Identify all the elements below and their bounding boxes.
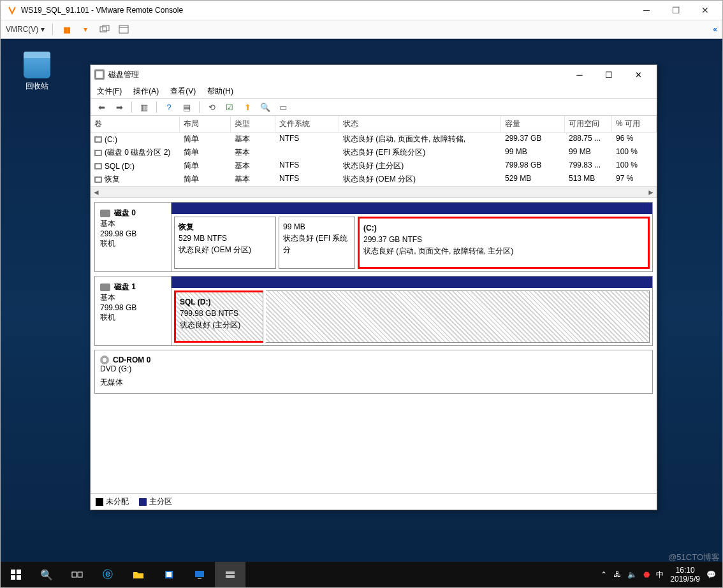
disk-1-type: 基本 [100,292,166,303]
volume-status: 状态良好 (启动, 页面文件, 故障转储, [339,133,501,145]
taskbar-server-manager[interactable] [154,562,184,587]
volume-fs: NTFS [275,160,339,172]
tray-ime-icon[interactable]: 中 [656,570,664,580]
toolbar-separator [156,101,157,113]
taskbar-clock[interactable]: 16:10 2019/5/9 [670,566,700,584]
horizontal-scrollbar[interactable]: ◄ ► [91,186,657,197]
volume-status: 状态良好 (OEM 分区) [339,173,501,185]
volume-list-header[interactable]: 卷 布局 类型 文件系统 状态 容量 可用空间 % 可用 [91,116,657,133]
collapse-chevron-icon[interactable]: « [713,25,717,34]
disk-1-partition-sql[interactable]: SQL (D:) 799.98 GB NTFS 状态良好 (主分区) [174,290,263,343]
menu-help[interactable]: 帮助(H) [207,86,233,97]
partition-status: 状态良好 (主分区) [180,319,259,331]
col-layout[interactable]: 布局 [180,116,231,132]
svg-rect-6 [17,575,21,580]
legend-unallocated-label: 未分配 [106,497,129,506]
start-button[interactable] [1,562,31,587]
partition-title: 恢复 [179,221,272,233]
tray-security-icon[interactable]: ⬣ [643,570,650,579]
disk-0-partition-c[interactable]: (C:) 299.37 GB NTFS 状态良好 (启动, 页面文件, 故障转储… [358,217,650,269]
taskbar-ie[interactable]: ⓔ [92,562,123,587]
volume-layout: 简单 [180,173,231,185]
disk-0-type: 基本 [100,219,166,229]
volume-name: (C:) [105,135,117,144]
col-percent[interactable]: % 可用 [612,116,657,132]
disk-1-partition-extent[interactable] [266,290,650,343]
scroll-left-icon[interactable]: ◄ [91,188,102,197]
dm-minimize-button[interactable]: ─ [565,66,594,83]
taskbar-explorer[interactable] [123,562,154,587]
volume-free: 99 MB [565,147,612,159]
volume-type: 基本 [231,173,275,185]
tray-network-icon[interactable]: 🖧 [613,570,621,579]
scroll-right-icon[interactable]: ► [645,188,657,197]
settings-icon[interactable]: 🔍 [258,100,272,114]
tray-up-icon[interactable]: ⌃ [601,570,607,579]
menu-action[interactable]: 操作(A) [133,86,159,97]
pause-icon[interactable]: ▮▮ [61,24,72,35]
taskbar-disk-management[interactable] [215,562,245,587]
cdrom-type: DVD (G:) [100,364,166,373]
system-tray[interactable]: ⌃ 🖧 🔈 ⬣ 中 16:10 2019/5/9 💬 [594,566,722,584]
disk-1-block[interactable]: 磁盘 1 基本 799.98 GB 联机 SQL (D:) 799.98 GB … [94,276,653,346]
vmware-minimize-button[interactable]: ─ [632,1,661,20]
col-filesystem[interactable]: 文件系统 [275,116,339,132]
disk-0-partition-recovery[interactable]: 恢复 529 MB NTFS 状态良好 (OEM 分区) [174,217,276,269]
svg-rect-4 [17,570,21,574]
rescan-icon[interactable]: ☑ [223,100,237,114]
send-cad-icon[interactable] [99,24,110,35]
svg-rect-3 [11,570,15,574]
dm-toolbar: ⬅ ➡ ▥ ? ▤ ⟲ ☑ ⬆ 🔍 ▭ [91,98,657,116]
vmware-maximize-button[interactable]: ☐ [661,1,690,20]
search-button[interactable]: 🔍 [31,562,62,587]
action-icon[interactable]: ⬆ [240,100,254,114]
col-capacity[interactable]: 容量 [501,116,565,132]
volume-row[interactable]: 恢复简单基本NTFS状态良好 (OEM 分区)529 MB513 MB97 % [91,173,657,186]
disk-0-block[interactable]: 磁盘 0 基本 299.98 GB 联机 恢复 529 MB NTFS 状态良好… [94,202,653,272]
volume-status: 状态良好 (主分区) [339,160,501,172]
disk-0-label: 磁盘 0 [114,208,136,219]
volume-row[interactable]: (C:)简单基本NTFS状态良好 (启动, 页面文件, 故障转储,299.37 … [91,133,657,146]
show-hide-tree-icon[interactable]: ▥ [137,100,151,114]
fullscreen-icon[interactable] [118,24,129,35]
volume-type: 基本 [231,133,275,145]
power-dropdown-icon[interactable]: ▾ [80,24,91,35]
col-volume[interactable]: 卷 [91,116,180,132]
list-icon[interactable]: ▭ [276,100,290,114]
properties-icon[interactable]: ▤ [180,100,194,114]
recycle-bin[interactable]: 回收站 [15,52,59,92]
toolbar-separator [52,24,53,35]
dm-titlebar[interactable]: 磁盘管理 ─ ☐ ✕ [91,65,657,84]
col-type[interactable]: 类型 [231,116,275,132]
clock-time: 16:10 [670,566,700,575]
legend-primary-label: 主分区 [149,497,172,506]
taskbar-app[interactable] [184,562,215,587]
back-icon[interactable]: ⬅ [94,100,108,114]
tray-volume-icon[interactable]: 🔈 [627,570,637,579]
notifications-icon[interactable]: 💬 [706,570,716,579]
vmware-close-button[interactable]: ✕ [690,1,720,20]
refresh-icon[interactable]: ⟲ [205,100,219,114]
volume-row[interactable]: (磁盘 0 磁盘分区 2)简单基本状态良好 (EFI 系统分区)99 MB99 … [91,146,657,159]
task-view-button[interactable] [62,562,92,587]
taskbar[interactable]: 🔍 ⓔ ⌃ 🖧 🔈 ⬣ 中 [1,562,722,587]
svg-rect-12 [198,578,201,579]
col-free[interactable]: 可用空间 [565,116,612,132]
dm-close-button[interactable]: ✕ [624,66,653,83]
disk-1-label: 磁盘 1 [114,282,136,292]
help-icon[interactable]: ? [162,100,176,114]
disk-0-partition-efi[interactable]: 99 MB 状态良好 (EFI 系统分 [279,217,355,269]
svg-rect-0 [100,27,106,32]
forward-icon[interactable]: ➡ [112,100,126,114]
cdrom-block[interactable]: CD-ROM 0 DVD (G:) 无媒体 [94,350,653,394]
menu-view[interactable]: 查看(V) [170,86,196,97]
menu-file[interactable]: 文件(F) [97,86,122,97]
guest-desktop[interactable]: 回收站 磁盘管理 ─ ☐ ✕ 文件(F) 操作(A) 查看(V) 帮助(H) ⬅ [1,39,722,587]
partition-status: 状态良好 (EFI 系统分 [283,233,351,255]
dm-maximize-button[interactable]: ☐ [594,66,624,83]
volume-row[interactable]: SQL (D:)简单基本NTFS状态良好 (主分区)799.98 GB799.8… [91,159,657,173]
vmware-titlebar[interactable]: WS19_SQL_91.101 - VMware Remote Console … [1,1,722,20]
volume-type: 基本 [231,160,275,172]
vmrc-menu[interactable]: VMRC(V) ▾ [6,25,45,34]
col-status[interactable]: 状态 [339,116,501,132]
